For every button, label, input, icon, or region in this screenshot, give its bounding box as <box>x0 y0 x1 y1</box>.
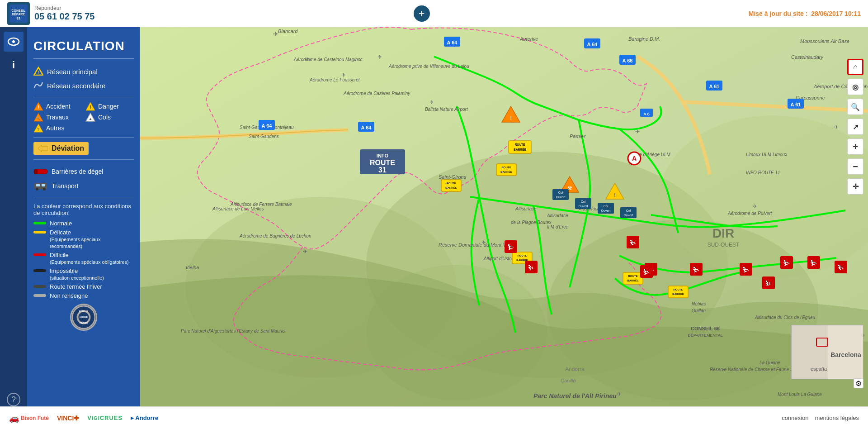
search-control[interactable]: 🔍 <box>847 99 863 115</box>
barriere-item[interactable]: Barrières de dégel <box>33 164 134 179</box>
svg-text:Vielha: Vielha <box>185 265 199 270</box>
svg-text:Aérodrome prive de Villeneuve : Aérodrome prive de Villeneuve du Lalou <box>388 64 469 69</box>
add-button[interactable]: + <box>414 5 430 22</box>
svg-text:Auterive: Auterive <box>519 36 538 42</box>
svg-text:de la Plagne Boutex: de la Plagne Boutex <box>511 220 552 225</box>
help-button[interactable]: ? <box>7 393 20 406</box>
pneus-neige-badge: PNEUS NEIGE ADMIS <box>70 304 97 331</box>
difficile-color <box>33 253 46 256</box>
mentions-legales-link[interactable]: mentions légales <box>815 415 859 421</box>
svg-text:Col: Col <box>558 191 563 194</box>
autres-label: Autres <box>46 124 64 132</box>
svg-text:Altisurface du Clos de l'Egueu: Altisurface du Clos de l'Egueu <box>755 315 816 320</box>
delicate-label: Délicate(Equipements spéciaux recommandé… <box>50 229 134 249</box>
svg-text:⛷: ⛷ <box>507 243 514 251</box>
vigicrues-logo: VIGICRUES <box>87 415 123 421</box>
svg-text:!: ! <box>510 115 512 121</box>
svg-text:INFO ROUTE 11: INFO ROUTE 11 <box>746 170 780 175</box>
autres-item[interactable]: ? Autres <box>33 124 82 133</box>
travaux-item[interactable]: 🔨 Travaux <box>33 113 82 122</box>
normale-item: Normale <box>33 220 134 227</box>
svg-text:Balista Nature Airport: Balista Nature Airport <box>425 107 468 112</box>
zoom-in-control[interactable]: + <box>847 138 863 155</box>
svg-text:Parc Naturel d'Aiguestortes l': Parc Naturel d'Aiguestortes l'Estany de … <box>181 329 286 334</box>
danger-item[interactable]: ! Danger <box>85 102 134 111</box>
svg-text:Ouvert: Ouvert <box>601 209 610 212</box>
svg-text:Ouvert: Ouvert <box>623 214 633 217</box>
zoom-out-control[interactable]: − <box>847 158 863 175</box>
footer-logos: 🚗 Bison Futé VINCI✚ VIGICRUES ▸ Andorre <box>9 413 158 423</box>
reseau-principal-item[interactable]: ! Réseau principal <box>33 64 134 79</box>
home-control[interactable]: ⌂ <box>847 59 863 75</box>
svg-text:Baragine D.M.: Baragine D.M. <box>628 36 660 42</box>
update-prefix: Mise à jour du site : <box>749 10 808 17</box>
svg-text:Mont Louis La Guiane: Mont Louis La Guiane <box>778 392 822 397</box>
svg-text:✈: ✈ <box>303 248 307 255</box>
minimap-settings-button[interactable]: ⚙ <box>854 378 863 388</box>
svg-text:ROUTE: ROUTE <box>370 159 395 167</box>
impossible-label: Impossible(situation exceptionnelle) <box>50 267 104 281</box>
svg-text:SUD-OUEST: SUD-OUEST <box>708 242 740 248</box>
svg-text:NEIGE: NEIGE <box>80 316 88 319</box>
svg-text:Altisurface: Altisurface <box>547 213 568 218</box>
transport-label: Transport <box>52 182 78 190</box>
transport-item[interactable]: Transport <box>33 179 134 193</box>
svg-text:ROUTE: ROUTE <box>447 182 456 185</box>
barriere-icon <box>33 167 48 176</box>
svg-text:Aérodrome de Cazères Palaminy: Aérodrome de Cazères Palaminy <box>343 91 410 96</box>
cols-label: Cols <box>98 114 111 121</box>
deviation-button[interactable]: Déviation <box>33 142 89 155</box>
road-squiggle-icon <box>33 81 43 90</box>
svg-text:Saint-Gaudens: Saint-Gaudens <box>249 134 279 139</box>
normale-color <box>33 222 46 224</box>
conseil-departemental-logo: CONSEIL DÉPART. 31 <box>7 2 30 25</box>
impossible-color <box>33 269 46 272</box>
locate-control[interactable]: ◎ <box>847 79 863 95</box>
svg-text:✈: ✈ <box>429 99 434 105</box>
map-container[interactable]: ✈ ✈ ✈ ✈ ✈ ✈ ✈ ✈ ✈ ✈ ✈ Blancard Baragine … <box>140 27 868 406</box>
barriere-label: Barrières de dégel <box>52 168 103 175</box>
accident-item[interactable]: ! Accident <box>33 102 82 111</box>
layers-control[interactable]: ✛ <box>847 178 863 195</box>
svg-text:Moussoulens Air Base: Moussoulens Air Base <box>800 38 849 44</box>
cols-icon: ▲ <box>85 113 95 122</box>
fullscreen-control[interactable]: ↗ <box>847 119 863 135</box>
svg-text:A 61: A 61 <box>791 102 801 107</box>
transport-icon <box>33 181 48 191</box>
svg-text:DÉPARTEMENTAL: DÉPARTEMENTAL <box>688 333 723 338</box>
sidebar-tab-info[interactable]: i <box>4 55 24 75</box>
deviation-label: Déviation <box>52 144 84 153</box>
svg-text:Parc Naturel de l'Alt Pirineu: Parc Naturel de l'Alt Pirineu <box>533 392 617 400</box>
bison-fute-logo: 🚗 Bison Futé <box>9 413 49 423</box>
svg-text:?: ? <box>37 127 39 132</box>
svg-text:Saint-Girons: Saint-Girons <box>439 174 467 180</box>
danger-label: Danger <box>98 103 119 110</box>
svg-text:Andorra: Andorra <box>565 366 585 372</box>
svg-text:A 64: A 64 <box>262 123 273 129</box>
mini-map: Barcelona españa <box>791 325 863 379</box>
svg-text:ROUTE: ROUTE <box>515 143 525 146</box>
sidebar: CIRCULATION ! Réseau principal Réseau s <box>27 27 140 406</box>
svg-text:BARRÉE: BARRÉE <box>500 170 512 173</box>
right-controls: ⌂ ◎ 🔍 ↗ + − ✛ <box>847 59 863 195</box>
connexion-link[interactable]: connexion <box>782 415 808 421</box>
svg-text:Col: Col <box>581 200 586 203</box>
svg-text:ADMIS: ADMIS <box>80 321 88 324</box>
accident-label: Accident <box>46 103 71 110</box>
svg-text:A 66: A 66 <box>623 58 633 63</box>
svg-text:🔨: 🔨 <box>36 116 41 121</box>
sidebar-tab-circulation[interactable] <box>4 32 24 52</box>
svg-text:⛷: ⛷ <box>643 268 650 276</box>
svg-text:✈: ✈ <box>753 203 757 210</box>
svg-text:ROUTE: ROUTE <box>674 288 683 291</box>
cols-item[interactable]: ▲ Cols <box>85 113 134 122</box>
reseau-secondaire-item[interactable]: Réseau secondaire <box>33 79 134 92</box>
delicate-color <box>33 231 46 234</box>
svg-text:Altisurface: Altisurface <box>515 206 537 211</box>
svg-text:PNEUS: PNEUS <box>79 310 88 313</box>
svg-text:Aérodrome de Castelnou Maginoc: Aérodrome de Castelnou Maginoc <box>293 57 363 62</box>
svg-text:BARRÉE: BARRÉE <box>672 292 684 296</box>
svg-rect-25 <box>42 184 45 186</box>
svg-text:INFO: INFO <box>377 153 389 158</box>
svg-text:!: ! <box>90 105 91 110</box>
